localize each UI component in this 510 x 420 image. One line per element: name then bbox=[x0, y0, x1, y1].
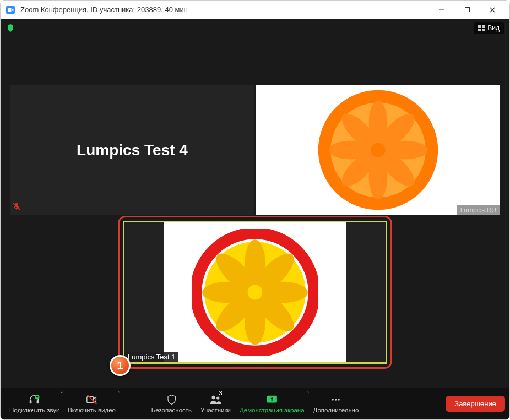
svg-rect-1 bbox=[439, 9, 444, 10]
camera-off-icon bbox=[86, 394, 98, 406]
start-video-button[interactable]: Включить видео ⌃ bbox=[63, 388, 120, 419]
participants-strip: Lumpics Test 4 bbox=[10, 85, 500, 215]
svg-rect-3 bbox=[478, 25, 481, 28]
participant-name: Lumpics Test 4 bbox=[77, 141, 188, 159]
meeting-toolbar: Подключить звук ⌃ Включить видео ⌃ Безоп… bbox=[1, 388, 509, 419]
letterbox-right bbox=[346, 222, 386, 362]
join-audio-label: Подключить звук bbox=[9, 407, 59, 413]
participant-tile[interactable]: Lumpics RU bbox=[256, 85, 500, 215]
shield-icon bbox=[166, 394, 177, 406]
app-window: Zoom Конференция, ID участника: 203889, … bbox=[0, 0, 510, 420]
end-meeting-label: Завершение bbox=[454, 400, 496, 408]
window-title: Zoom Конференция, ID участника: 203889, … bbox=[20, 6, 429, 14]
participants-count: 3 bbox=[219, 390, 223, 396]
end-meeting-button[interactable]: Завершение bbox=[446, 396, 505, 412]
active-speaker-video bbox=[164, 222, 346, 362]
svg-point-29 bbox=[248, 285, 263, 300]
svg-rect-30 bbox=[30, 400, 32, 403]
start-video-label: Включить видео bbox=[68, 407, 116, 413]
meeting-topbar: Вид bbox=[1, 19, 509, 37]
view-toggle-label: Вид bbox=[487, 24, 500, 32]
zoom-app-icon bbox=[5, 4, 16, 15]
more-icon bbox=[330, 394, 342, 406]
svg-rect-6 bbox=[482, 29, 485, 31]
svg-point-34 bbox=[211, 396, 215, 399]
titlebar: Zoom Конференция, ID участника: 203889, … bbox=[1, 1, 509, 19]
active-speaker-tile[interactable]: Lumpics Test 1 bbox=[123, 221, 387, 364]
share-screen-button[interactable]: Демонстрация экрана ⌃ bbox=[235, 388, 309, 419]
headphones-icon bbox=[28, 394, 40, 406]
participant-tile[interactable]: Lumpics Test 4 bbox=[10, 85, 254, 215]
grid-icon bbox=[478, 25, 485, 31]
more-button[interactable]: Дополнительно bbox=[309, 388, 363, 419]
participants-label: Участники bbox=[200, 407, 231, 413]
window-controls bbox=[429, 1, 505, 19]
close-button[interactable] bbox=[480, 1, 505, 19]
svg-point-38 bbox=[335, 399, 337, 400]
participant-caption: Lumpics RU bbox=[457, 205, 500, 215]
svg-rect-31 bbox=[37, 400, 39, 403]
letterbox-left bbox=[124, 222, 164, 362]
mic-muted-icon bbox=[12, 202, 21, 213]
view-toggle-button[interactable]: Вид bbox=[474, 22, 504, 34]
svg-point-39 bbox=[338, 399, 340, 400]
participant-video-content bbox=[316, 88, 440, 212]
annotation-number: 1 bbox=[117, 359, 123, 372]
svg-rect-2 bbox=[465, 8, 469, 12]
security-button[interactable]: Безопасность bbox=[147, 388, 196, 419]
minimize-button[interactable] bbox=[429, 1, 454, 19]
share-screen-label: Демонстрация экрана bbox=[240, 407, 305, 413]
share-screen-icon bbox=[266, 394, 278, 406]
maximize-button[interactable] bbox=[454, 1, 480, 19]
security-label: Безопасность bbox=[151, 407, 192, 413]
svg-rect-5 bbox=[478, 29, 481, 31]
annotation-badge: 1 bbox=[110, 355, 131, 376]
meeting-area: Вид Lumpics Test 4 bbox=[1, 19, 509, 419]
svg-rect-4 bbox=[482, 25, 485, 28]
active-speaker-name: Lumpics Test 1 bbox=[124, 352, 178, 362]
active-speaker-highlight: Lumpics Test 1 1 bbox=[118, 216, 392, 369]
chevron-up-icon[interactable]: ⌃ bbox=[117, 391, 121, 396]
encryption-shield-icon[interactable] bbox=[6, 24, 15, 32]
svg-point-35 bbox=[216, 396, 219, 399]
participants-button[interactable]: 3 Участники bbox=[196, 388, 235, 419]
more-label: Дополнительно bbox=[313, 407, 359, 413]
svg-point-18 bbox=[371, 143, 385, 157]
svg-point-37 bbox=[332, 399, 334, 400]
svg-rect-7 bbox=[16, 209, 17, 210]
join-audio-button[interactable]: Подключить звук ⌃ bbox=[5, 388, 63, 419]
